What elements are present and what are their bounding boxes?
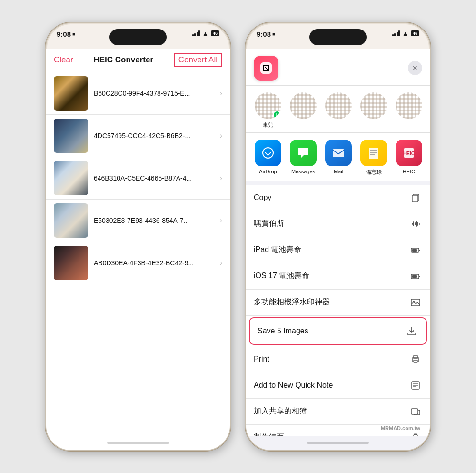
chevron-icon-1: › bbox=[220, 89, 222, 98]
side-button-silent-2 bbox=[245, 81, 246, 97]
share-app-icon: 🖼 bbox=[254, 56, 278, 81]
side-button-power-2 bbox=[430, 104, 431, 145]
action-label-shared-album: 加入共享的相簿 bbox=[254, 406, 403, 416]
battery-badge-2: 46 bbox=[411, 30, 419, 36]
file-item-2[interactable]: 4DC57495-CCC4-42C5-B6B2-... › bbox=[46, 115, 230, 157]
convert-all-button[interactable]: Convert All bbox=[174, 53, 222, 67]
nav-bar-1: Clear HEIC Converter Convert All bbox=[46, 49, 230, 72]
contact-badge-0: L bbox=[273, 111, 281, 119]
signal-icon-2 bbox=[392, 30, 400, 36]
svg-rect-13 bbox=[413, 221, 414, 226]
svg-rect-17 bbox=[419, 223, 420, 225]
file-name-5: AB0D30EA-4F3B-4E32-BC42-9... bbox=[94, 259, 214, 267]
close-button[interactable]: ✕ bbox=[408, 61, 422, 75]
file-name-2: 4DC57495-CCC4-42C5-B6B2-... bbox=[94, 132, 214, 140]
side-button-volume-down-2 bbox=[245, 142, 246, 173]
app-label-heic: HEIC bbox=[403, 169, 415, 174]
contact-item-0[interactable]: L 東兒 bbox=[254, 92, 282, 129]
airdrop-icon bbox=[255, 140, 281, 166]
app-item-notes[interactable]: 備忘錄 bbox=[359, 140, 388, 176]
file-name-4: E50302E3-7E93-4436-854A-7... bbox=[94, 217, 214, 224]
action-quick-note[interactable]: Add to New Quick Note bbox=[246, 372, 430, 399]
action-watermark[interactable]: 多功能相機浮水印神器 bbox=[246, 290, 430, 316]
side-button-volume-up bbox=[45, 104, 46, 135]
status-icons-2: ▲ 46 bbox=[392, 30, 419, 37]
file-item-5[interactable]: AB0D30EA-4F3B-4E32-BC42-9... › bbox=[46, 242, 230, 284]
home-indicator-2 bbox=[246, 436, 430, 450]
app-item-airdrop[interactable]: AirDrop bbox=[254, 140, 282, 176]
chevron-icon-2: › bbox=[220, 131, 222, 140]
svg-rect-14 bbox=[415, 222, 416, 225]
action-print[interactable]: Print bbox=[246, 346, 430, 372]
save-images-container: Save 5 Images bbox=[246, 316, 430, 346]
file-item-3[interactable]: 646B310A-C5EC-4665-B87A-4... › bbox=[46, 157, 230, 200]
app-item-mail[interactable]: Mail bbox=[324, 140, 353, 176]
contact-avatar-1 bbox=[290, 92, 317, 119]
file-item-4[interactable]: E50302E3-7E93-4436-854A-7... › bbox=[46, 200, 230, 242]
dynamic-island-2 bbox=[309, 29, 367, 45]
file-thumbnail-3 bbox=[54, 161, 88, 195]
action-label-watermark: 多功能相機浮水印神器 bbox=[254, 297, 403, 307]
action-ipad-battery[interactable]: iPad 電池壽命 bbox=[246, 237, 430, 263]
home-bar-1 bbox=[107, 442, 169, 444]
svg-rect-11 bbox=[412, 195, 418, 202]
file-thumbnail-1 bbox=[54, 76, 88, 111]
time-display-2: 9:08 ■ bbox=[257, 30, 276, 38]
contact-item-1[interactable] bbox=[289, 92, 317, 129]
svg-rect-35 bbox=[414, 433, 417, 435]
status-icons-1: ▲ 46 bbox=[192, 30, 219, 37]
svg-rect-23 bbox=[412, 275, 417, 278]
action-label-ios-battery: iOS 17 電池壽命 bbox=[254, 271, 403, 281]
wifi-icon-1: ▲ bbox=[202, 30, 208, 37]
action-label-print: Print bbox=[254, 355, 403, 363]
contact-label-0: 東兒 bbox=[263, 121, 273, 129]
file-thumbnail-5 bbox=[54, 246, 88, 280]
svg-rect-12 bbox=[412, 223, 413, 225]
action-label-save-images: Save 5 Images bbox=[258, 327, 399, 335]
file-item-1[interactable]: B60C28C0-99F4-4378-9715-E... › bbox=[46, 72, 230, 115]
svg-rect-15 bbox=[416, 221, 417, 227]
action-save-images[interactable]: Save 5 Images bbox=[249, 317, 427, 345]
svg-rect-3 bbox=[333, 149, 344, 157]
app-item-heic[interactable]: HEIC HEIC bbox=[395, 140, 423, 176]
screen-icon-1: ■ bbox=[72, 31, 76, 37]
file-thumbnail-2 bbox=[54, 119, 88, 153]
copy-icon bbox=[409, 191, 422, 204]
side-button-volume-down bbox=[45, 142, 46, 173]
contact-avatar-2 bbox=[325, 92, 352, 119]
heic-screen: Clear HEIC Converter Convert All B60C28C… bbox=[46, 49, 230, 436]
action-ios-battery[interactable]: iOS 17 電池壽命 bbox=[246, 263, 430, 290]
dynamic-island bbox=[109, 29, 167, 45]
time-display-1: 9:08 ■ bbox=[57, 30, 76, 38]
shared-album-icon bbox=[409, 405, 422, 418]
heic-icon: HEIC bbox=[396, 140, 422, 166]
contacts-row: L 東兒 bbox=[246, 86, 430, 133]
contact-item-2[interactable] bbox=[324, 92, 353, 129]
apps-row: AirDrop Messages Mail bbox=[246, 133, 430, 181]
action-label-ipad-battery: iPad 電池壽命 bbox=[254, 245, 403, 255]
app-label-airdrop: AirDrop bbox=[259, 169, 277, 174]
side-button-silent bbox=[45, 81, 46, 97]
share-screen: 🖼 ✕ L 東兒 bbox=[246, 49, 430, 436]
screen-title: HEIC Converter bbox=[93, 55, 153, 65]
share-content: L 東兒 bbox=[246, 86, 430, 436]
svg-rect-24 bbox=[411, 299, 420, 306]
wifi-icon-2: ▲ bbox=[402, 30, 408, 37]
side-button-power bbox=[230, 104, 231, 145]
svg-text:🖼: 🖼 bbox=[262, 64, 270, 72]
action-label-quick-note: Add to New Quick Note bbox=[254, 381, 403, 390]
app-label-mail: Mail bbox=[334, 169, 343, 174]
app-item-messages[interactable]: Messages bbox=[289, 140, 317, 176]
contact-item-3[interactable] bbox=[359, 92, 388, 129]
phone-1: 9:08 ■ ▲ 46 Clear HEIC Converter Convert… bbox=[45, 22, 231, 451]
app-label-messages: Messages bbox=[291, 169, 315, 174]
home-indicator-1 bbox=[46, 436, 230, 450]
contact-item-4[interactable] bbox=[395, 92, 423, 129]
action-label-siri: 嘿賈伯斯 bbox=[254, 219, 403, 229]
clear-button[interactable]: Clear bbox=[54, 55, 73, 65]
notes-icon bbox=[360, 140, 387, 166]
action-shared-album[interactable]: 加入共享的相簿 bbox=[246, 399, 430, 425]
action-copy[interactable]: Copy bbox=[246, 185, 430, 211]
action-siri[interactable]: 嘿賈伯斯 bbox=[246, 211, 430, 237]
app-label-notes: 備忘錄 bbox=[366, 169, 382, 176]
